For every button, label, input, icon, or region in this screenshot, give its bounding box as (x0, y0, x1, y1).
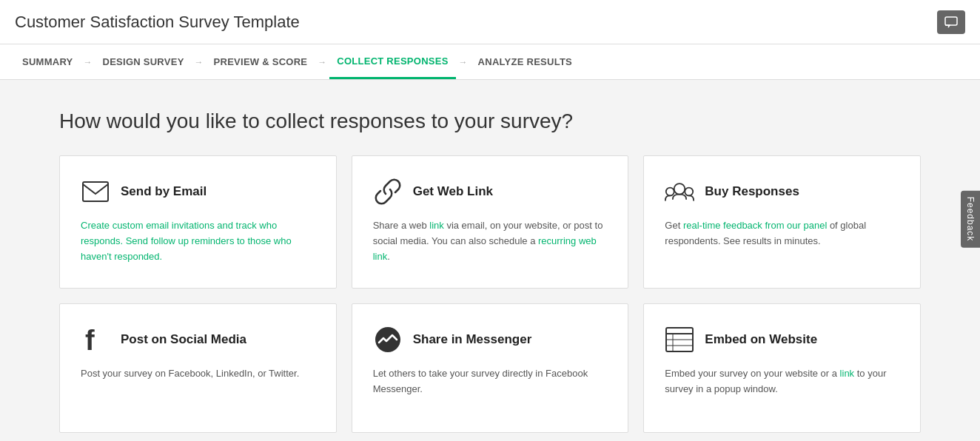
card-desc-embed: Embed your survey on your website or a l… (665, 366, 899, 397)
svg-point-4 (685, 188, 694, 196)
card-title-messenger: Share in Messenger (413, 332, 532, 347)
card-header-email: Send by Email (81, 177, 315, 206)
card-header-social: f Post on Social Media (81, 325, 315, 354)
nav-arrow-2: → (195, 57, 204, 67)
card-header-messenger: Share in Messenger (373, 325, 608, 354)
svg-rect-0 (945, 17, 957, 25)
card-desc-messenger: Let others to take your survey directly … (373, 366, 608, 397)
svg-point-3 (674, 184, 685, 195)
card-desc-email: Create custom email invitations and trac… (81, 218, 315, 264)
card-embed-website[interactable]: Embed on Website Embed your survey on yo… (643, 303, 921, 433)
svg-point-2 (666, 188, 674, 196)
nav-item-preview-score[interactable]: PREVIEW & SCORE (207, 44, 315, 79)
card-title-embed: Embed on Website (705, 332, 817, 347)
buy-responses-icon (665, 177, 694, 206)
nav-item-analyze-results[interactable]: ANALYZE RESULTS (471, 44, 580, 79)
card-desc-social: Post your survey on Facebook, LinkedIn, … (81, 366, 315, 382)
card-send-by-email[interactable]: Send by Email Create custom email invita… (59, 155, 337, 289)
nav-bar: SUMMARY → DESIGN SURVEY → PREVIEW & SCOR… (0, 44, 980, 80)
card-header-embed: Embed on Website (665, 325, 899, 354)
email-icon (81, 177, 110, 206)
nav-item-collect-responses[interactable]: COLLECT RESPONSES (329, 44, 455, 79)
card-title-email: Send by Email (121, 184, 207, 199)
main-content: How would you like to collect responses … (0, 80, 980, 441)
messenger-icon (373, 325, 403, 354)
chat-icon-button[interactable] (937, 10, 965, 34)
weblink-icon (373, 177, 403, 206)
feedback-button[interactable]: Feedback (961, 191, 980, 248)
app-title: Customer Satisfaction Survey Template (15, 13, 300, 32)
chat-icon (944, 16, 958, 28)
svg-rect-1 (83, 182, 108, 201)
nav-item-design-survey[interactable]: DESIGN SURVEY (95, 44, 192, 79)
cards-grid: Send by Email Create custom email invita… (59, 155, 921, 433)
card-desc-buy: Get real-time feedback from our panel of… (665, 218, 899, 249)
feedback-wrapper: Feedback (961, 191, 980, 251)
page-heading: How would you like to collect responses … (59, 110, 921, 133)
nav-arrow-1: → (84, 57, 93, 67)
facebook-icon: f (81, 325, 110, 354)
svg-text:f: f (85, 326, 95, 353)
card-title-buy: Buy Responses (705, 184, 799, 199)
nav-arrow-4: → (459, 57, 468, 67)
card-header-weblink: Get Web Link (373, 177, 608, 206)
card-social-media[interactable]: f Post on Social Media Post your survey … (59, 303, 337, 433)
card-title-weblink: Get Web Link (413, 184, 493, 199)
card-title-social: Post on Social Media (121, 332, 246, 347)
card-messenger[interactable]: Share in Messenger Let others to take yo… (352, 303, 629, 433)
nav-arrow-3: → (318, 57, 326, 67)
card-get-web-link[interactable]: Get Web Link Share a web link via email,… (352, 155, 629, 289)
card-header-buy: Buy Responses (665, 177, 899, 206)
card-buy-responses[interactable]: Buy Responses Get real-time feedback fro… (643, 155, 921, 289)
top-bar: Customer Satisfaction Survey Template (0, 0, 980, 44)
embed-icon (665, 325, 694, 354)
card-desc-weblink: Share a web link via email, on your webs… (373, 218, 608, 264)
nav-item-summary[interactable]: SUMMARY (15, 44, 81, 79)
